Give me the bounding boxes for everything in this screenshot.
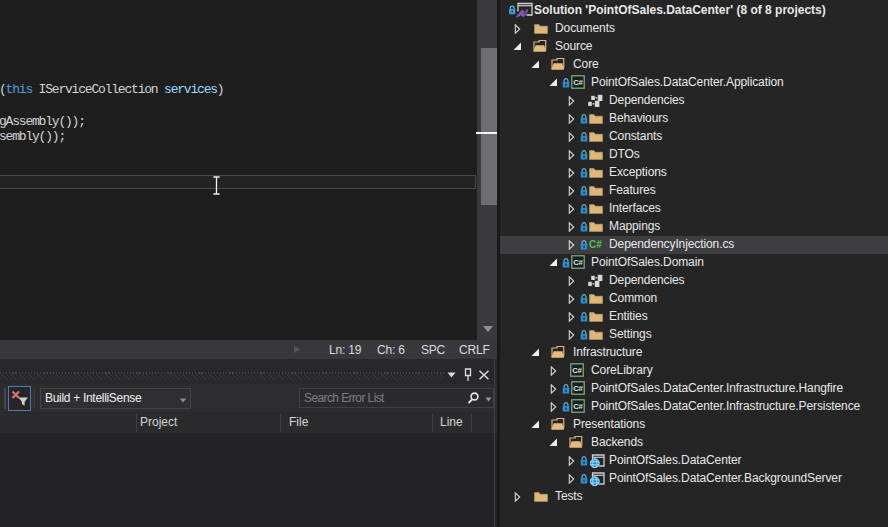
svg-text:C#: C#: [572, 366, 582, 375]
svg-text:C#: C#: [573, 402, 583, 411]
svg-text:C#: C#: [573, 258, 583, 267]
svg-text:C#: C#: [573, 384, 583, 393]
svg-text:C#: C#: [573, 78, 583, 87]
svg-text:C#: C#: [589, 239, 602, 250]
